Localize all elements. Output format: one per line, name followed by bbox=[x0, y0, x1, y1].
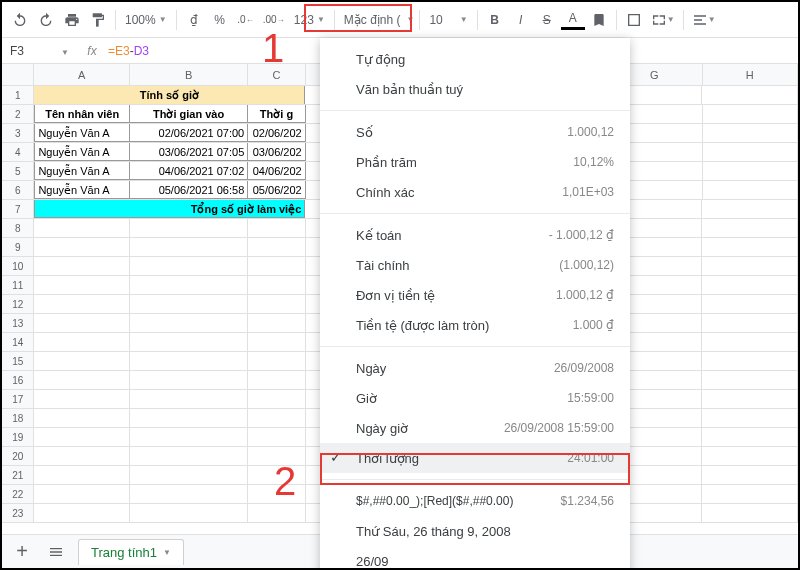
select-all[interactable] bbox=[2, 64, 34, 85]
currency-icon[interactable]: ₫ bbox=[182, 8, 206, 32]
strikethrough-button[interactable]: S bbox=[535, 8, 559, 32]
cell[interactable] bbox=[248, 352, 305, 370]
menu-item-custom-2[interactable]: Thứ Sáu, 26 tháng 9, 2008 bbox=[320, 516, 630, 546]
cell[interactable] bbox=[34, 504, 130, 522]
italic-button[interactable]: I bbox=[509, 8, 533, 32]
menu-item-datetime[interactable]: Ngày giờ26/09/2008 15:59:00 bbox=[320, 413, 630, 443]
cell[interactable] bbox=[130, 447, 248, 465]
row-header[interactable]: 1 bbox=[2, 86, 34, 104]
cell[interactable] bbox=[130, 276, 248, 294]
cell[interactable] bbox=[34, 314, 130, 332]
merge-button[interactable]: ▼ bbox=[648, 8, 678, 32]
cell[interactable] bbox=[130, 314, 248, 332]
cell[interactable]: 02/06/202 bbox=[248, 124, 305, 142]
row-header[interactable]: 11 bbox=[2, 276, 34, 294]
cell[interactable] bbox=[130, 257, 248, 275]
cell[interactable] bbox=[130, 504, 248, 522]
cell[interactable] bbox=[130, 295, 248, 313]
cell[interactable] bbox=[248, 504, 305, 522]
name-box[interactable]: F3 bbox=[2, 44, 50, 58]
menu-item-scientific[interactable]: Chính xác1,01E+03 bbox=[320, 177, 630, 207]
menu-item-plain-text[interactable]: Văn bản thuần tuý bbox=[320, 74, 630, 104]
font-size-dropdown[interactable]: 10▼ bbox=[425, 8, 471, 32]
cell[interactable] bbox=[248, 371, 305, 389]
cell[interactable] bbox=[34, 352, 130, 370]
number-format-dropdown[interactable]: 123▼ bbox=[290, 8, 329, 32]
percent-icon[interactable]: % bbox=[208, 8, 232, 32]
row-header[interactable]: 8 bbox=[2, 219, 34, 237]
row-header[interactable]: 7 bbox=[2, 200, 34, 218]
row-header[interactable]: 16 bbox=[2, 371, 34, 389]
cell[interactable]: Thời g bbox=[248, 105, 305, 123]
row-header[interactable]: 2 bbox=[2, 105, 34, 123]
menu-item-custom-3[interactable]: 26/09 bbox=[320, 546, 630, 570]
cell[interactable] bbox=[130, 390, 248, 408]
menu-item-time[interactable]: Giờ15:59:00 bbox=[320, 383, 630, 413]
menu-item-accounting[interactable]: Kế toán- 1.000,12 ₫ bbox=[320, 220, 630, 250]
borders-button[interactable] bbox=[622, 8, 646, 32]
row-header[interactable]: 22 bbox=[2, 485, 34, 503]
menu-item-custom-1[interactable]: $#,##0.00_);[Red]($#,##0.00)$1.234,56 bbox=[320, 486, 630, 516]
cell[interactable] bbox=[130, 333, 248, 351]
align-button[interactable]: ▼ bbox=[689, 8, 719, 32]
cell[interactable] bbox=[248, 295, 305, 313]
col-header-a[interactable]: A bbox=[34, 64, 129, 85]
cell[interactable] bbox=[34, 485, 130, 503]
cell[interactable] bbox=[34, 276, 130, 294]
cell[interactable] bbox=[248, 276, 305, 294]
cell[interactable] bbox=[34, 333, 130, 351]
cell[interactable]: 02/06/2021 07:00 bbox=[130, 124, 248, 142]
fill-color-button[interactable] bbox=[587, 8, 611, 32]
cell[interactable]: 03/06/202 bbox=[248, 143, 305, 161]
cell[interactable] bbox=[248, 428, 305, 446]
cell[interactable]: Tên nhân viên bbox=[34, 105, 130, 123]
cell[interactable] bbox=[130, 485, 248, 503]
row-header[interactable]: 12 bbox=[2, 295, 34, 313]
menu-item-duration[interactable]: ✓Thời lượng24:01:00 bbox=[320, 443, 630, 473]
zoom-dropdown[interactable]: 100%▼ bbox=[121, 8, 171, 32]
cell[interactable]: 04/06/202 bbox=[248, 162, 305, 180]
cell[interactable] bbox=[34, 428, 130, 446]
cell[interactable] bbox=[248, 390, 305, 408]
cell[interactable] bbox=[130, 352, 248, 370]
print-icon[interactable] bbox=[60, 8, 84, 32]
cell[interactable] bbox=[34, 466, 130, 484]
cell[interactable] bbox=[130, 371, 248, 389]
cell[interactable] bbox=[248, 409, 305, 427]
cell[interactable] bbox=[34, 257, 130, 275]
cell[interactable] bbox=[130, 409, 248, 427]
text-color-button[interactable]: A bbox=[561, 10, 585, 30]
cell[interactable]: 05/06/202 bbox=[248, 181, 305, 199]
menu-item-date[interactable]: Ngày26/09/2008 bbox=[320, 353, 630, 383]
row-header[interactable]: 23 bbox=[2, 504, 34, 522]
cell[interactable]: 03/06/2021 07:05 bbox=[130, 143, 248, 161]
cell[interactable] bbox=[34, 219, 130, 237]
row-header[interactable]: 15 bbox=[2, 352, 34, 370]
cell[interactable] bbox=[34, 447, 130, 465]
cell[interactable] bbox=[34, 295, 130, 313]
cell[interactable]: Nguyễn Văn A bbox=[34, 162, 130, 180]
row-header[interactable]: 4 bbox=[2, 143, 34, 161]
cell[interactable]: 04/06/2021 07:02 bbox=[130, 162, 248, 180]
cell[interactable] bbox=[130, 238, 248, 256]
cell-total[interactable]: Tổng số giờ làm việc bbox=[34, 200, 305, 218]
all-sheets-button[interactable] bbox=[44, 540, 68, 564]
cell[interactable] bbox=[130, 219, 248, 237]
row-header[interactable]: 19 bbox=[2, 428, 34, 446]
row-header[interactable]: 6 bbox=[2, 181, 34, 199]
menu-item-number[interactable]: Số1.000,12 bbox=[320, 117, 630, 147]
cell[interactable] bbox=[248, 333, 305, 351]
cell[interactable] bbox=[34, 409, 130, 427]
row-header[interactable]: 10 bbox=[2, 257, 34, 275]
name-box-dropdown-icon[interactable]: ▼ bbox=[50, 44, 80, 58]
undo-icon[interactable] bbox=[8, 8, 32, 32]
add-sheet-button[interactable]: + bbox=[10, 540, 34, 564]
row-header[interactable]: 17 bbox=[2, 390, 34, 408]
sheet-tab-1[interactable]: Trang tính1▼ bbox=[78, 539, 184, 565]
col-header-b[interactable]: B bbox=[130, 64, 248, 85]
cell[interactable]: Nguyễn Văn A bbox=[34, 181, 130, 199]
paint-format-icon[interactable] bbox=[86, 8, 110, 32]
cell[interactable]: 05/06/2021 06:58 bbox=[130, 181, 248, 199]
formula-input[interactable]: =E3-D3 bbox=[104, 44, 153, 58]
cell[interactable] bbox=[130, 466, 248, 484]
